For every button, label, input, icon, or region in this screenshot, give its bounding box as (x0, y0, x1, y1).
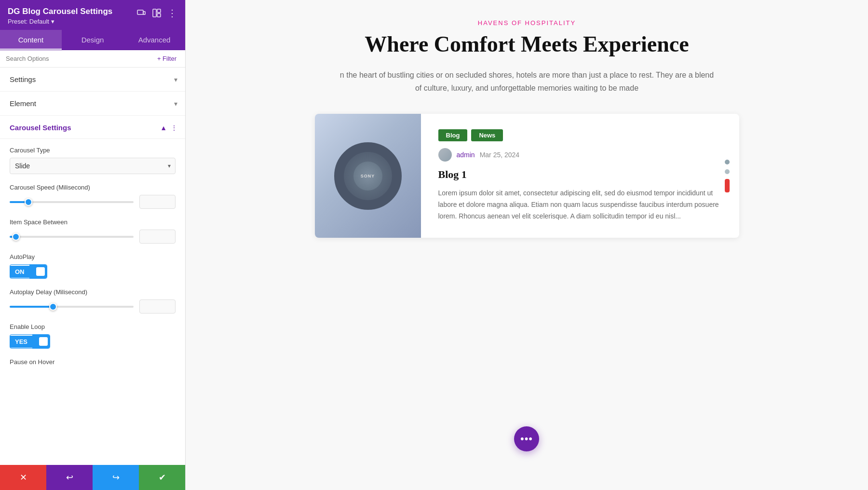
carousel-speed-track[interactable] (10, 201, 134, 203)
carousel-settings-collapse-icon[interactable]: ▲ (160, 124, 167, 132)
autoplay-toggle-switch (29, 265, 47, 278)
enable-loop-field: Enable Loop YES (10, 323, 176, 349)
item-space-slider-row: 3 (10, 230, 176, 244)
redo-button[interactable]: ↪ (93, 465, 139, 490)
panel-body: Settings ▾ Element ▾ Carousel Settings ▲… (0, 68, 185, 490)
author-name: admin (457, 151, 475, 159)
carousel-speed-label: Carousel Speed (Milisecond) (10, 184, 176, 191)
carousel-speed-thumb[interactable] (25, 198, 32, 206)
tag-blog[interactable]: Blog (438, 129, 468, 141)
close-icon: ✕ (20, 472, 27, 483)
item-space-label: Item Space Between (10, 218, 176, 226)
enable-loop-toggle[interactable]: YES (10, 334, 50, 349)
sony-label: SONY (361, 174, 375, 178)
tab-design[interactable]: Design (62, 30, 123, 50)
panel-preset: Preset: Default ▾ (8, 18, 136, 25)
layout-icon[interactable] (151, 8, 162, 18)
tab-content[interactable]: Content (0, 30, 62, 50)
settings-chevron-icon: ▾ (174, 76, 177, 83)
carousel-type-label: Carousel Type (10, 147, 176, 154)
carousel-dots (725, 160, 730, 192)
enable-loop-toggle-knob (39, 337, 48, 346)
panel-header: DG Blog Carousel Settings Preset: Defaul… (0, 0, 185, 30)
card-image: SONY (315, 114, 421, 237)
element-label: Element (10, 99, 36, 108)
autoplay-delay-value[interactable]: 3000 (139, 299, 176, 313)
search-bar: + Filter (0, 50, 185, 68)
element-chevron-icon: ▾ (174, 100, 177, 108)
autoplay-delay-label: Autoplay Delay (Milisecond) (10, 288, 176, 296)
main-content: HAVENS OF HOSPITALITY Where Comfort Meet… (186, 0, 868, 490)
section-description: n the heart of bustling cities or on sec… (339, 68, 715, 95)
pause-hover-label: Pause on Hover (10, 358, 176, 366)
item-space-thumb[interactable] (12, 233, 20, 241)
floating-action-button[interactable]: ••• (514, 426, 539, 451)
undo-button[interactable]: ↩ (46, 465, 93, 490)
autoplay-delay-track[interactable] (10, 306, 134, 308)
search-input[interactable] (6, 55, 150, 62)
carousel-type-select[interactable]: Slide Fade (10, 158, 176, 174)
author-avatar (438, 148, 452, 162)
card-body: Blog News admin Mar 25, 2024 Blog 1 Lore… (421, 114, 739, 237)
carousel-dot-1[interactable] (725, 160, 730, 164)
carousel-dot-2[interactable] (725, 169, 730, 174)
carousel-wrapper: SONY Blog News (215, 114, 839, 237)
panel-title: DG Blog Carousel Settings (8, 7, 136, 16)
carousel-type-field: Carousel Type Slide Fade ▾ (10, 147, 176, 174)
carousel-speed-value[interactable]: 1000 (139, 195, 176, 209)
autoplay-label: AutoPlay (10, 253, 176, 260)
page-content: HAVENS OF HOSPITALITY Where Comfort Meet… (186, 0, 868, 267)
autoplay-toggle-knob (36, 267, 45, 276)
save-button[interactable]: ✔ (139, 465, 185, 490)
enable-loop-toggle-switch (32, 335, 50, 348)
post-date: Mar 25, 2024 (480, 151, 520, 159)
blog-card: SONY Blog News (315, 114, 739, 237)
card-title: Blog 1 (438, 168, 724, 181)
svg-rect-4 (157, 14, 161, 17)
enable-loop-toggle-label: YES (10, 336, 32, 348)
carousel-settings-label: Carousel Settings (10, 123, 71, 132)
element-section-header[interactable]: Element ▾ (0, 92, 185, 116)
more-icon[interactable]: ⋮ (167, 8, 177, 18)
carousel-settings-section-header[interactable]: Carousel Settings ▲ ⋮ (0, 116, 185, 139)
bottom-toolbar: ✕ ↩ ↪ ✔ (0, 465, 185, 490)
autoplay-toggle-label: ON (10, 266, 29, 278)
autoplay-delay-thumb[interactable] (49, 303, 57, 311)
undo-icon: ↩ (66, 472, 73, 483)
autoplay-delay-fill (10, 306, 53, 308)
pause-hover-field: Pause on Hover (10, 358, 176, 366)
autoplay-delay-field: Autoplay Delay (Milisecond) 3000 (10, 288, 176, 313)
autoplay-field: AutoPlay ON (10, 253, 176, 279)
redo-icon: ↪ (112, 472, 120, 483)
svg-rect-0 (137, 10, 143, 14)
carousel-speed-slider-row: 1000 (10, 195, 176, 209)
item-space-value[interactable]: 3 (139, 230, 176, 244)
enable-loop-label: Enable Loop (10, 323, 176, 330)
autoplay-delay-slider-row: 3000 (10, 299, 176, 313)
settings-section-header[interactable]: Settings ▾ (0, 68, 185, 92)
close-button[interactable]: ✕ (0, 465, 46, 490)
card-tags: Blog News (438, 129, 724, 141)
carousel-type-select-wrapper: Slide Fade ▾ (10, 158, 176, 174)
item-space-track[interactable] (10, 236, 134, 238)
tag-news[interactable]: News (471, 129, 503, 141)
tab-advanced[interactable]: Advanced (123, 30, 185, 50)
card-meta: admin Mar 25, 2024 (438, 148, 724, 162)
autoplay-toggle[interactable]: ON (10, 264, 47, 279)
settings-label: Settings (10, 75, 36, 83)
responsive-icon[interactable] (136, 8, 147, 18)
section-label: HAVENS OF HOSPITALITY (215, 19, 839, 27)
product-image: SONY (334, 142, 402, 210)
svg-rect-1 (143, 12, 145, 14)
svg-rect-2 (153, 9, 156, 17)
carousel-settings-more-icon[interactable]: ⋮ (171, 124, 177, 132)
save-icon: ✔ (159, 472, 166, 483)
filter-button[interactable]: + Filter (154, 54, 179, 63)
tabs: Content Design Advanced (0, 30, 185, 50)
left-panel: DG Blog Carousel Settings Preset: Defaul… (0, 0, 186, 490)
enable-loop-toggle-row: YES (10, 334, 176, 349)
carousel-dot-3[interactable] (725, 179, 730, 192)
carousel-speed-field: Carousel Speed (Milisecond) 1000 (10, 184, 176, 209)
card-excerpt: Lorem ipsum dolor sit amet, consectetur … (438, 188, 724, 222)
section-heading: Where Comfort Meets Experience (215, 31, 839, 57)
